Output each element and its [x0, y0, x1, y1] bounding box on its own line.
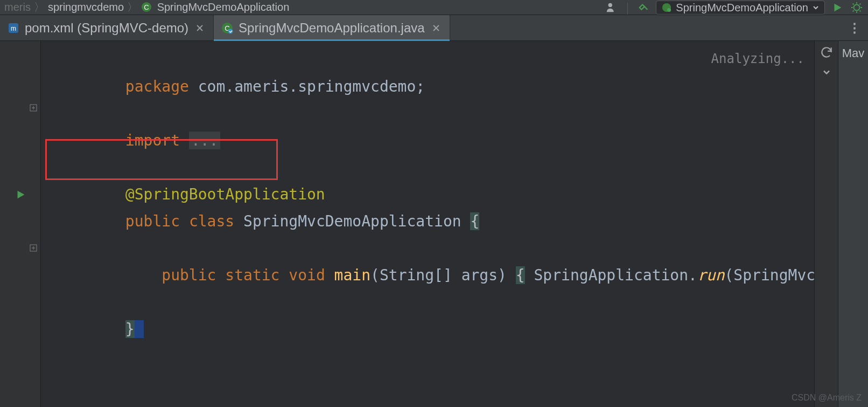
caret — [135, 320, 144, 338]
svg-text:C: C — [144, 3, 149, 11]
code-line[interactable]: package com.ameris.springmvcdemo; — [53, 46, 814, 73]
breadcrumb[interactable]: meris 〉 springmvcdemo 〉 C SpringMvcDemoA… — [4, 0, 289, 15]
workspace: Analyzing... package com.ameris.springmv… — [0, 41, 868, 407]
chevron-down-icon[interactable] — [821, 67, 832, 78]
fold-expand-icon[interactable] — [30, 104, 38, 113]
tab-pom-xml[interactable]: m pom.xml (SpringMVC-demo) — [0, 15, 214, 40]
class-icon: C — [141, 2, 152, 12]
user-icon[interactable] — [605, 1, 619, 15]
maven-file-icon: m — [8, 22, 19, 34]
tab-overflow-menu[interactable]: ⋮ — [842, 15, 868, 40]
code-area[interactable]: Analyzing... package com.ameris.springmv… — [41, 41, 814, 407]
tab-spring-mvc-demo-application[interactable]: C SpringMvcDemoApplication.java — [214, 15, 450, 40]
breadcrumb-segment[interactable]: meris — [4, 1, 31, 13]
hammer-build-icon[interactable] — [636, 1, 650, 15]
fold-expand-icon[interactable] — [30, 244, 38, 253]
chevron-right-icon: 〉 — [127, 0, 138, 15]
breadcrumb-segment[interactable]: springmvcdemo — [48, 1, 124, 13]
svg-point-2 — [608, 3, 612, 7]
svg-text:m: m — [11, 25, 16, 32]
tab-label: pom.xml (SpringMVC-demo) — [25, 20, 188, 36]
run-line-marker-icon[interactable] — [0, 181, 40, 208]
code-line[interactable]: import ... — [53, 100, 814, 127]
close-icon[interactable] — [196, 24, 204, 32]
watermark: CSDN @Ameris Z — [792, 393, 862, 403]
java-class-icon: C — [221, 22, 233, 34]
editor-gutter[interactable] — [0, 41, 41, 407]
svg-point-4 — [667, 8, 671, 12]
run-configuration-label: SpringMvcDemoApplication — [676, 2, 808, 14]
svg-point-5 — [854, 5, 860, 11]
editor[interactable]: Analyzing... package com.ameris.springmv… — [0, 41, 838, 407]
code-line[interactable]: public static void main(String[] args) {… — [53, 235, 814, 262]
run-icon[interactable] — [830, 1, 844, 15]
maven-tool-window-label[interactable]: Mav — [842, 46, 865, 60]
chevron-down-icon — [813, 4, 819, 11]
editor-tab-bar: m pom.xml (SpringMVC-demo) C SpringMvcDe… — [0, 15, 868, 41]
chevron-right-icon: 〉 — [34, 0, 45, 15]
code-line[interactable]: @SpringBootApplication — [53, 154, 814, 181]
svg-point-10 — [228, 29, 233, 33]
right-tool-window-bar[interactable]: Mav — [838, 41, 868, 407]
breadcrumb-segment[interactable]: C SpringMvcDemoApplication — [141, 1, 289, 13]
code-line[interactable]: } — [53, 289, 814, 316]
run-configuration-selector[interactable]: SpringMvcDemoApplication — [656, 1, 825, 15]
code-line[interactable]: public class SpringMvcDemoApplication { — [53, 181, 814, 208]
editor-right-rail — [814, 41, 838, 407]
debug-icon[interactable] — [850, 1, 864, 15]
breadcrumb-label: SpringMvcDemoApplication — [157, 1, 290, 13]
navigation-bar: meris 〉 springmvcdemo 〉 C SpringMvcDemoA… — [0, 0, 868, 15]
spring-boot-icon — [662, 3, 671, 12]
folded-region[interactable]: ... — [189, 132, 221, 149]
separator — [627, 3, 628, 15]
tab-label: SpringMvcDemoApplication.java — [239, 20, 425, 36]
close-icon[interactable] — [432, 24, 440, 32]
refresh-icon[interactable] — [820, 45, 834, 59]
